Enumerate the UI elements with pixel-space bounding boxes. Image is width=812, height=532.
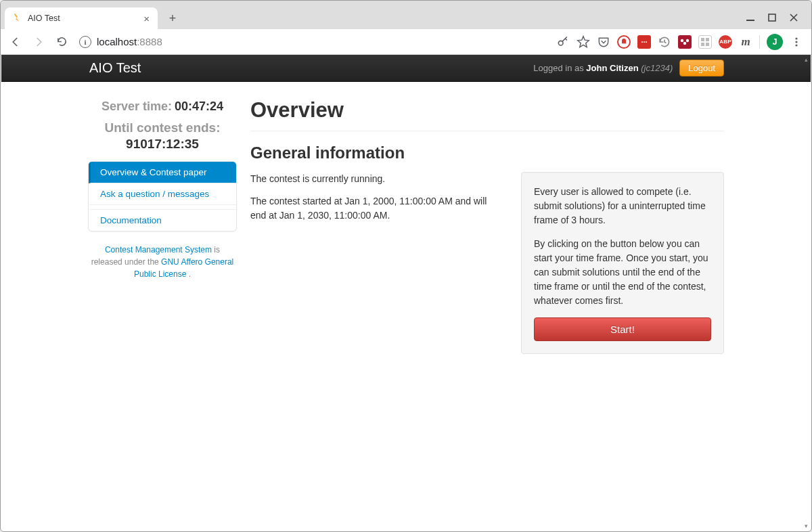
page-viewport: AIO Test Logged in as John Citizen (jc12… <box>1 55 811 531</box>
tab-title: AIO Test <box>28 14 60 23</box>
m-icon[interactable]: m <box>739 35 752 49</box>
svg-point-11 <box>795 41 797 43</box>
contest-schedule: The contest started at Jan 1, 2000, 11:0… <box>250 194 505 223</box>
profile-avatar[interactable]: J <box>767 34 783 50</box>
svg-rect-6 <box>701 38 704 41</box>
sidebar-nav: Overview & Contest paper Ask a question … <box>88 161 237 231</box>
grid-icon[interactable] <box>698 35 712 49</box>
app-navbar: AIO Test Logged in as John Citizen (jc12… <box>1 55 811 82</box>
divider <box>250 131 724 131</box>
svg-rect-0 <box>746 20 754 21</box>
svg-point-2 <box>558 41 563 45</box>
browser-window: AIO Test × + i localhost:8888 ··· ABP <box>0 0 812 532</box>
close-window-icon[interactable] <box>790 14 803 22</box>
navbar-right: Logged in as John Citizen (jc1234) Logou… <box>533 60 724 76</box>
until-ends-label: Until contest ends: <box>104 120 220 135</box>
time-box: Server time: 00:47:24 Until contest ends… <box>88 99 237 152</box>
sidebar-item-overview[interactable]: Overview & Contest paper <box>89 162 236 183</box>
lastpass-icon[interactable]: ··· <box>637 35 651 49</box>
address-bar[interactable]: i localhost:8888 <box>79 32 162 51</box>
pocket-icon[interactable] <box>597 35 610 49</box>
svg-point-10 <box>795 37 797 39</box>
toolbar-divider <box>759 35 760 49</box>
browser-tab[interactable]: AIO Test × <box>5 7 158 29</box>
svg-point-12 <box>795 44 797 46</box>
browser-toolbar: i localhost:8888 ··· ABP m J <box>1 29 811 55</box>
svg-point-4 <box>686 39 689 41</box>
svg-rect-1 <box>769 14 775 21</box>
start-button[interactable]: Start! <box>534 317 711 341</box>
svg-rect-7 <box>706 38 709 41</box>
credits: Contest Management System is released un… <box>88 244 237 280</box>
back-button[interactable] <box>6 32 25 51</box>
window-controls <box>746 6 803 29</box>
ghostery-icon[interactable] <box>617 35 631 49</box>
star-icon[interactable] <box>577 35 590 49</box>
page-title: Overview <box>250 98 724 123</box>
history-icon[interactable] <box>658 35 671 49</box>
logout-button[interactable]: Logout <box>679 60 724 76</box>
start-panel: Every user is allowed to compete (i.e. s… <box>521 172 724 354</box>
scrollbar[interactable]: ▴ ▾ <box>803 56 809 529</box>
sidebar-item-questions[interactable]: Ask a question / messages <box>89 183 236 205</box>
server-time-label: Server time: <box>102 99 172 113</box>
forward-button[interactable] <box>29 32 48 51</box>
key-icon[interactable] <box>556 35 570 49</box>
main-content: Overview General information The contest… <box>250 98 724 354</box>
toolbar-right: ··· ABP m J <box>556 34 806 50</box>
credits-cms-link[interactable]: Contest Management System <box>105 245 212 254</box>
brand[interactable]: AIO Test <box>89 60 141 76</box>
svg-point-3 <box>681 39 683 41</box>
menu-icon[interactable] <box>790 35 803 49</box>
server-time-value: 00:47:24 <box>175 99 223 113</box>
svg-rect-9 <box>706 43 709 46</box>
adblock-icon[interactable]: ABP <box>719 35 732 49</box>
maximize-icon[interactable] <box>768 14 782 22</box>
svg-point-5 <box>683 41 686 44</box>
login-status: Logged in as John Citizen (jc1234) <box>533 63 673 73</box>
start-info-2: By clicking on the button below you can … <box>534 237 711 308</box>
mendeley-icon[interactable] <box>678 35 692 49</box>
section-title: General information <box>250 143 724 162</box>
start-info-1: Every user is allowed to compete (i.e. s… <box>534 185 711 227</box>
favicon-icon <box>12 13 22 24</box>
info-column: The contest is currently running. The co… <box>250 172 505 231</box>
window-titlebar <box>1 1 811 6</box>
contest-status: The contest is currently running. <box>250 172 505 186</box>
scroll-down-icon[interactable]: ▾ <box>803 523 809 529</box>
site-info-icon[interactable]: i <box>79 36 91 48</box>
scroll-up-icon[interactable]: ▴ <box>803 56 809 63</box>
svg-rect-8 <box>701 43 704 46</box>
sidebar-item-documentation[interactable]: Documentation <box>89 209 236 231</box>
new-tab-button[interactable]: + <box>163 9 182 28</box>
page-container: Server time: 00:47:24 Until contest ends… <box>88 82 724 354</box>
url-text: localhost:8888 <box>97 36 162 47</box>
reload-button[interactable] <box>52 32 71 51</box>
tab-close-icon[interactable]: × <box>142 12 151 25</box>
tab-strip: AIO Test × + <box>1 6 811 29</box>
minimize-icon[interactable] <box>746 14 760 22</box>
until-ends-value: 91017:12:35 <box>126 137 199 151</box>
sidebar: Server time: 00:47:24 Until contest ends… <box>88 98 237 354</box>
